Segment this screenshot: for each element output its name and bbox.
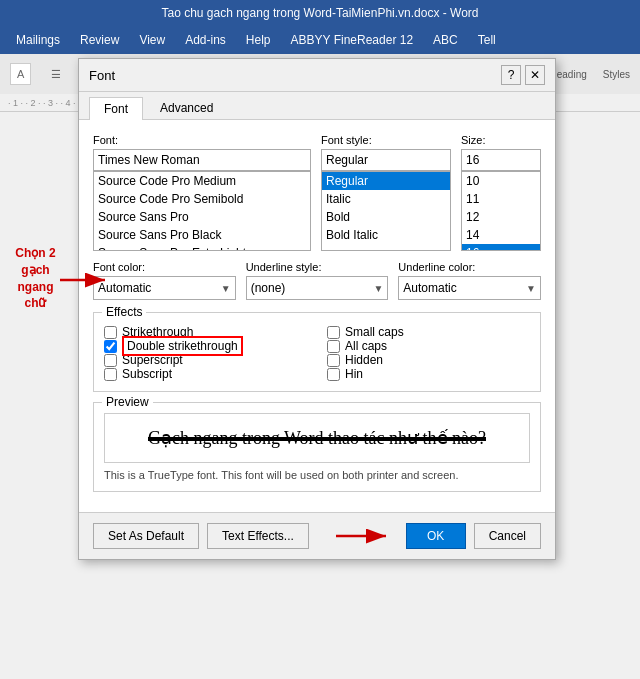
subscript-label: Subscript [122,367,172,381]
font-list-container: Source Code Pro Medium Source Code Pro S… [93,171,311,251]
font-dialog: Font ? ✕ Font Advanced Font: Source Code… [78,58,556,560]
effects-section: Effects Strikethrough Double strikethrou… [93,312,541,392]
subscript-checkbox[interactable] [104,368,117,381]
menu-abbyy[interactable]: ABBYY FineReader 12 [283,30,422,50]
effects-title: Effects [102,305,146,319]
tab-advanced[interactable]: Advanced [145,96,228,119]
dialog-footer: Set As Default Text Effects... OK Cancel [79,512,555,559]
underline-style-value: (none) [251,281,286,295]
double-strikethrough-label: Double strikethrough [122,339,243,353]
menu-bar: Mailings Review View Add-ins Help ABBYY … [0,26,640,54]
underline-color-value: Automatic [403,281,456,295]
style-list[interactable]: Regular Italic Bold Bold Italic [321,171,451,251]
smallcaps-checkbox[interactable] [327,326,340,339]
menu-abc[interactable]: ABC [425,30,466,50]
style-list-item-italic[interactable]: Italic [322,190,450,208]
menu-view[interactable]: View [131,30,173,50]
style-column: Font style: Regular Italic Bold Bold Ita… [321,134,451,251]
font-list[interactable]: Source Code Pro Medium Source Code Pro S… [93,171,311,251]
dialog-close-btn[interactable]: ✕ [525,65,545,85]
tab-font[interactable]: Font [89,97,143,120]
underline-color-select[interactable]: Automatic ▼ [398,276,541,300]
cancel-button[interactable]: Cancel [474,523,541,549]
underline-color-arrow: ▼ [526,283,536,294]
allcaps-label: All caps [345,339,387,353]
preview-section: Preview Gạch ngang trong Word thao tác n… [93,402,541,492]
smallcaps-row: Small caps [327,325,530,339]
size-column: Size: 10 11 12 14 16 [461,134,541,251]
set-as-default-button[interactable]: Set As Default [93,523,199,549]
allcaps-checkbox[interactable] [327,340,340,353]
font-list-item[interactable]: Source Sans Pro Black [94,226,310,244]
menu-mailings[interactable]: Mailings [8,30,68,50]
ok-button[interactable]: OK [406,523,466,549]
size-item-12[interactable]: 12 [462,208,540,226]
preview-caption: This is a TrueType font. This font will … [104,469,530,481]
style-list-item-bold[interactable]: Bold [322,208,450,226]
menu-addins[interactable]: Add-ins [177,30,234,50]
allcaps-row: All caps [327,339,530,353]
menu-review[interactable]: Review [72,30,127,50]
underline-style-arrow: ▼ [373,283,383,294]
font-style-size-row: Font: Source Code Pro Medium Source Code… [93,134,541,251]
hin-row: Hin [327,367,530,381]
underline-style-select[interactable]: (none) ▼ [246,276,389,300]
footer-right: OK Cancel [336,521,541,551]
preview-title: Preview [102,395,153,409]
dialog-titlebar: Font ? ✕ [79,59,555,92]
font-list-item[interactable]: Source Code Pro Semibold [94,190,310,208]
color-underline-row: Font color: Automatic ▼ Underline style:… [93,261,541,300]
arrow-to-ok [336,521,396,551]
menu-tell[interactable]: Tell [470,30,504,50]
hin-label: Hin [345,367,363,381]
strikethrough-checkbox[interactable] [104,326,117,339]
double-strikethrough-row: Double strikethrough [104,339,307,353]
paragraph-icon: ☰ [51,68,61,81]
font-list-item[interactable]: Source Code Pro Medium [94,172,310,190]
dialog-body: Font: Source Code Pro Medium Source Code… [79,120,555,512]
effects-right: Small caps All caps Hidden Hin [327,325,530,381]
preview-text: Gạch ngang trong Word thao tác như thế n… [148,427,486,449]
dialog-controls: ? ✕ [501,65,545,85]
double-strikethrough-checkbox[interactable] [104,340,117,353]
underline-style-label: Underline style: [246,261,389,273]
underline-color-label: Underline color: [398,261,541,273]
dialog-title: Font [89,68,115,83]
size-item-16[interactable]: 16 [462,244,540,251]
size-list[interactable]: 10 11 12 14 16 [461,171,541,251]
size-item-11[interactable]: 11 [462,190,540,208]
dialog-help-btn[interactable]: ? [501,65,521,85]
font-column: Font: Source Code Pro Medium Source Code… [93,134,311,251]
style-label: Font style: [321,134,451,146]
style-list-item-regular[interactable]: Regular [322,172,450,190]
menu-help[interactable]: Help [238,30,279,50]
font-list-item[interactable]: Source Sans Pro ExtraLight [94,244,310,251]
font-list-item[interactable]: Source Sans Pro [94,208,310,226]
size-label: Size: [461,134,541,146]
arrow-annotation [60,265,115,295]
style-list-item-bolditalic[interactable]: Bold Italic [322,226,450,244]
text-effects-button[interactable]: Text Effects... [207,523,309,549]
double-strikethrough-highlight: Double strikethrough [122,336,243,356]
preview-text-area: Gạch ngang trong Word thao tác như thế n… [104,413,530,463]
size-item-10[interactable]: 10 [462,172,540,190]
font-label: Font: [93,134,311,146]
dialog-tabs: Font Advanced [79,92,555,120]
footer-left: Set As Default Text Effects... [93,523,309,549]
subscript-row: Subscript [104,367,307,381]
hin-checkbox[interactable] [327,368,340,381]
hidden-label: Hidden [345,353,383,367]
style-input[interactable] [321,149,451,171]
underline-color-col: Underline color: Automatic ▼ [398,261,541,300]
annotation-text: Chọn 2 gạch ngang chữ [8,245,63,312]
title-text: Tao chu gach ngang trong Word-TaiMienPhi… [161,6,478,20]
effects-grid: Strikethrough Double strikethrough Super… [104,325,530,381]
size-item-14[interactable]: 14 [462,226,540,244]
size-input[interactable] [461,149,541,171]
hidden-row: Hidden [327,353,530,367]
underline-style-col: Underline style: (none) ▼ [246,261,389,300]
superscript-checkbox[interactable] [104,354,117,367]
hidden-checkbox[interactable] [327,354,340,367]
font-input[interactable] [93,149,311,171]
title-bar: Tao chu gach ngang trong Word-TaiMienPhi… [0,0,640,26]
